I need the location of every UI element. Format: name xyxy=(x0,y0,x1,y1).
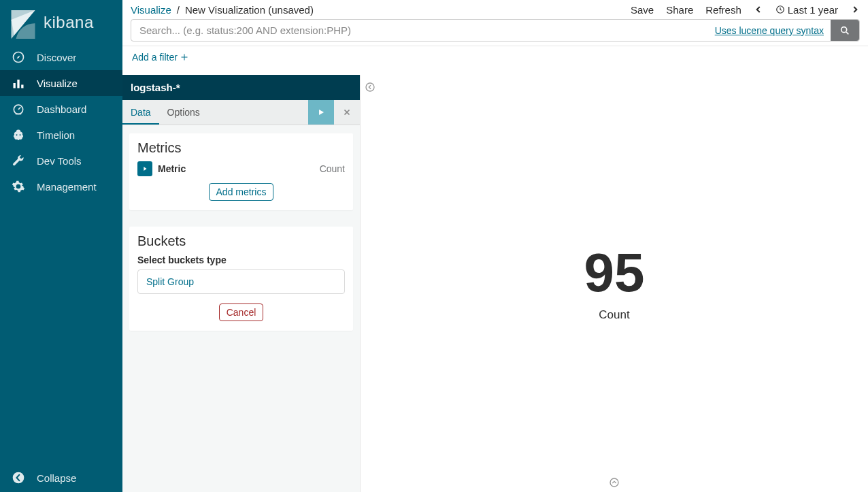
sidebar-item-label: Dashboard xyxy=(37,103,86,115)
close-icon xyxy=(342,108,352,117)
kibana-logo-icon xyxy=(11,10,35,35)
metrics-section: Metrics Metric Count Add metrics xyxy=(129,133,353,210)
metric-number: 95 xyxy=(584,246,645,300)
editor-tabs: Data Options xyxy=(122,100,360,125)
sidebar-item-label: Discover xyxy=(37,52,76,63)
metrics-heading: Metrics xyxy=(137,140,345,156)
workspace: logstash-* Data Options Metrics xyxy=(122,75,868,492)
timepicker-label: Last 1 year xyxy=(788,4,838,16)
apply-changes-button[interactable] xyxy=(308,100,334,125)
play-icon xyxy=(316,108,326,117)
metric-label-text: Count xyxy=(584,308,645,322)
add-metrics-wrap: Add metrics xyxy=(137,183,345,201)
brand-name: kibana xyxy=(44,13,94,32)
buckets-section: Buckets Select buckets type Split Group … xyxy=(129,227,353,331)
timepicker-prev-button[interactable] xyxy=(754,5,763,14)
svg-point-5 xyxy=(14,105,22,114)
select-buckets-label: Select buckets type xyxy=(137,255,345,265)
svg-point-6 xyxy=(13,472,24,484)
svg-point-8 xyxy=(841,27,847,32)
tab-spacer xyxy=(208,100,307,125)
breadcrumb: Visualize / New Visualization (unsaved) xyxy=(131,4,314,16)
spy-panel-toggle[interactable] xyxy=(609,477,620,488)
breadcrumb-separator: / xyxy=(177,4,180,16)
sidebar-item-management[interactable]: Management xyxy=(0,174,122,199)
svg-marker-1 xyxy=(17,56,20,59)
collapse-label: Collapse xyxy=(37,472,76,484)
topbar: Visualize / New Visualization (unsaved) … xyxy=(122,0,868,19)
gear-icon xyxy=(11,179,26,194)
sidebar-item-discover[interactable]: Discover xyxy=(0,44,122,70)
editor-collapse-handle[interactable] xyxy=(365,82,375,93)
compass-icon xyxy=(11,50,26,65)
svg-point-10 xyxy=(610,478,618,487)
chevron-left-circle-icon xyxy=(11,470,26,485)
sidebar: kibana Discover Visualize Dashboard Time… xyxy=(0,0,122,492)
add-filter-label: Add a filter xyxy=(132,52,178,63)
sidebar-item-label: Dev Tools xyxy=(37,155,82,167)
sidebar-item-label: Management xyxy=(37,181,97,193)
search-input[interactable] xyxy=(131,20,708,41)
breadcrumb-root[interactable]: Visualize xyxy=(131,4,171,16)
search-submit-button[interactable] xyxy=(831,20,859,41)
chevron-up-circle-icon xyxy=(609,477,620,488)
buckets-heading: Buckets xyxy=(137,233,345,249)
breadcrumb-current: New Visualization (unsaved) xyxy=(185,4,314,16)
metric-label: Metric xyxy=(158,163,320,174)
discard-changes-button[interactable] xyxy=(334,100,360,125)
clock-icon xyxy=(775,5,785,14)
search-icon xyxy=(839,25,850,36)
add-metrics-button[interactable]: Add metrics xyxy=(209,183,274,201)
tab-data[interactable]: Data xyxy=(122,100,159,125)
metric-toggle-button[interactable] xyxy=(137,161,152,176)
sidebar-item-visualize[interactable]: Visualize xyxy=(0,70,122,96)
timepicker-next-button[interactable] xyxy=(850,5,860,14)
bar-chart-icon xyxy=(11,76,26,91)
sidebar-item-timelion[interactable]: Timelion xyxy=(0,122,122,148)
search-bar: Uses lucene query syntax xyxy=(131,19,860,42)
save-button[interactable]: Save xyxy=(631,4,654,16)
top-actions: Save Share Refresh Last 1 year xyxy=(631,4,860,16)
editor-panel: logstash-* Data Options Metrics xyxy=(122,75,361,492)
brand: kibana xyxy=(0,0,122,44)
caret-right-icon xyxy=(141,165,148,172)
wrench-icon xyxy=(11,153,26,168)
dashboard-icon xyxy=(11,101,26,116)
sidebar-item-dashboard[interactable]: Dashboard xyxy=(0,96,122,122)
metric-value: Count xyxy=(320,163,345,174)
cancel-wrap: Cancel xyxy=(137,304,345,321)
filter-bar: Add a filter xyxy=(122,46,868,75)
add-filter-button[interactable]: Add a filter xyxy=(132,52,188,63)
visualization-area: 95 Count xyxy=(361,75,868,492)
lucene-hint-link[interactable]: Uses lucene query syntax xyxy=(708,20,831,41)
metric-row[interactable]: Metric Count xyxy=(137,161,345,176)
sidebar-item-dev-tools[interactable]: Dev Tools xyxy=(0,148,122,174)
svg-rect-3 xyxy=(17,80,19,88)
svg-point-9 xyxy=(366,83,374,91)
sidebar-nav: Discover Visualize Dashboard Timelion De… xyxy=(0,44,122,463)
index-pattern-bar[interactable]: logstash-* xyxy=(122,75,360,100)
svg-rect-2 xyxy=(14,83,16,88)
share-button[interactable]: Share xyxy=(666,4,693,16)
svg-rect-4 xyxy=(21,85,23,88)
plus-icon xyxy=(180,53,188,61)
sidebar-item-label: Visualize xyxy=(37,78,78,89)
main: Visualize / New Visualization (unsaved) … xyxy=(122,0,868,492)
tab-options[interactable]: Options xyxy=(159,100,208,125)
metric-visualization: 95 Count xyxy=(584,246,645,322)
cancel-button[interactable]: Cancel xyxy=(219,304,264,321)
refresh-button[interactable]: Refresh xyxy=(705,4,741,16)
sidebar-collapse-button[interactable]: Collapse xyxy=(0,463,122,492)
split-group-option[interactable]: Split Group xyxy=(137,269,345,294)
timelion-icon xyxy=(11,127,26,142)
sidebar-item-label: Timelion xyxy=(37,129,75,141)
chevron-left-circle-icon xyxy=(365,82,375,93)
timepicker-button[interactable]: Last 1 year xyxy=(775,4,838,16)
